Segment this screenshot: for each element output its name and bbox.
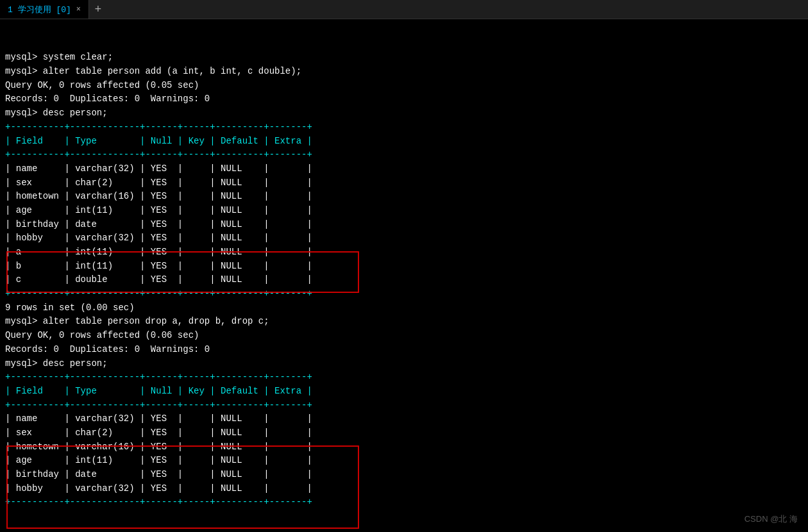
terminal-line: | birthday | date | YES | | NULL | |	[5, 218, 803, 232]
terminal-line: Records: 0 Duplicates: 0 Warnings: 0	[5, 92, 803, 106]
terminal-line: +----------+-------------+------+-----+-…	[5, 399, 803, 413]
terminal-line: Records: 0 Duplicates: 0 Warnings: 0	[5, 343, 803, 357]
terminal-line: | b | int(11) | YES | | NULL | |	[5, 260, 803, 274]
terminal-line: | hobby | varchar(32) | YES | | NULL | |	[5, 482, 803, 496]
terminal-line: +----------+-------------+------+-----+-…	[5, 287, 803, 301]
terminal-line: mysql> alter table person add (a int, b …	[5, 65, 803, 79]
terminal-line: | Field | Type | Null | Key | Default | …	[5, 135, 803, 149]
active-tab[interactable]: 1 学习使用 [0] ×	[0, 0, 89, 19]
terminal-line: | hometown | varchar(16) | YES | | NULL …	[5, 190, 803, 204]
tab-bar: 1 学习使用 [0] × +	[0, 0, 808, 19]
terminal-line: Query OK, 0 rows affected (0.05 sec)	[5, 79, 803, 93]
terminal-line: | sex | char(2) | YES | | NULL | |	[5, 426, 803, 440]
terminal-area: mysql> system clear;mysql> alter table p…	[0, 19, 808, 532]
terminal-content: mysql> system clear;mysql> alter table p…	[5, 51, 803, 510]
terminal-line: | age | int(11) | YES | | NULL | |	[5, 454, 803, 468]
terminal-line: | a | int(11) | YES | | NULL | |	[5, 245, 803, 260]
terminal-line: mysql> desc person;	[5, 357, 803, 371]
tab-close-button[interactable]: ×	[76, 5, 81, 14]
terminal-line: mysql> alter table person drop a, drop b…	[5, 315, 803, 329]
terminal-line: | name | varchar(32) | YES | | NULL | |	[5, 412, 803, 426]
terminal-line: | name | varchar(32) | YES | | NULL | |	[5, 162, 803, 176]
watermark: CSDN @北 海	[745, 513, 798, 526]
terminal-line: | age | int(11) | YES | | NULL | |	[5, 204, 803, 218]
terminal-line: mysql> system clear;	[5, 51, 803, 65]
terminal-line: | birthday | date | YES | | NULL | |	[5, 468, 803, 482]
terminal-line: +----------+-------------+------+-----+-…	[5, 121, 803, 135]
terminal-line: 9 rows in set (0.00 sec)	[5, 301, 803, 315]
terminal-line: +----------+-------------+------+-----+-…	[5, 495, 803, 510]
terminal-line: +----------+-------------+------+-----+-…	[5, 370, 803, 385]
terminal-line: mysql> desc person;	[5, 106, 803, 121]
terminal-line: | c | double | YES | | NULL | |	[5, 273, 803, 287]
terminal-line: Query OK, 0 rows affected (0.06 sec)	[5, 329, 803, 343]
new-tab-button[interactable]: +	[89, 0, 107, 19]
terminal-line: | hometown | varchar(16) | YES | | NULL …	[5, 440, 803, 454]
terminal-line: +----------+-------------+------+-----+-…	[5, 148, 803, 162]
terminal-line: | hobby | varchar(32) | YES | | NULL | |	[5, 231, 803, 245]
terminal-line: | sex | char(2) | YES | | NULL | |	[5, 176, 803, 190]
terminal-line: | Field | Type | Null | Key | Default | …	[5, 385, 803, 399]
tab-label: 1 学习使用 [0]	[8, 4, 71, 15]
